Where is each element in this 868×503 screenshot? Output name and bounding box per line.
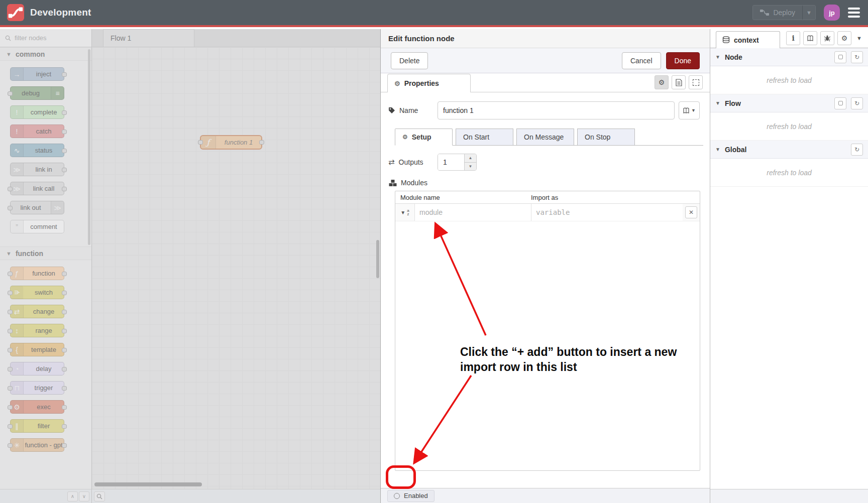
remove-row-button[interactable]: ✕: [685, 206, 697, 218]
gear-icon: ⚙: [402, 134, 408, 141]
deploy-button[interactable]: Deploy ▼: [752, 5, 816, 20]
flow-canvas[interactable]: Flow 1 ƒ function 1: [92, 29, 380, 503]
tray-title: Edit function node: [381, 29, 710, 48]
select-flow-button[interactable]: [834, 97, 846, 109]
sidebar-menu-caret[interactable]: ▼: [856, 35, 862, 41]
canvas-footer: [92, 489, 380, 503]
book-icon: [807, 35, 814, 42]
function-f-icon: ƒ: [201, 136, 216, 149]
palette-node-comment[interactable]: ”comment: [10, 220, 64, 233]
module-name-input[interactable]: [414, 204, 531, 221]
node-port: [62, 367, 67, 371]
context-sidebar: context i ⚙ ▼ ▼ Node ↻ refresh to: [710, 29, 868, 503]
label-type-button[interactable]: ▼: [679, 101, 700, 119]
context-section-flow: ▼ Flow ↻ refresh to load: [710, 94, 868, 141]
node-port: [62, 168, 67, 172]
node-red-editor: Development Deploy ▼ jp filter nodes ▼co…: [0, 0, 868, 503]
canvas-node-function-1[interactable]: ƒ function 1: [200, 135, 262, 150]
palette-node-delay[interactable]: ◔delay: [10, 362, 64, 375]
select-node-button[interactable]: [834, 51, 846, 63]
help-tab-button[interactable]: [803, 31, 817, 45]
palette-node-debug[interactable]: ≡debug: [10, 86, 64, 100]
palette-node-status[interactable]: ∿status: [10, 144, 64, 157]
settings-tab-button[interactable]: ⚙: [837, 31, 851, 45]
node-output-port[interactable]: [259, 140, 264, 145]
palette-node-link-call[interactable]: ≫link call: [10, 182, 64, 195]
palette-node-complete[interactable]: !complete: [10, 105, 64, 119]
outputs-stepper[interactable]: 1 ▲ ▼: [438, 154, 477, 171]
context-section-global: ▼ Global ↻ refresh to load: [710, 141, 868, 187]
palette-node-link-out[interactable]: ≫link out: [10, 201, 64, 214]
palette-node-filter[interactable]: ∥filter: [10, 419, 64, 433]
palette-node-catch[interactable]: !catch: [10, 124, 64, 138]
deploy-options-caret[interactable]: ▼: [802, 6, 815, 20]
node-input-port[interactable]: [198, 140, 203, 145]
refresh-icon[interactable]: ↻: [851, 51, 863, 63]
collapse-all-button[interactable]: ∧: [67, 491, 78, 501]
debug-list-icon: ≡: [51, 87, 64, 99]
node-port: [8, 272, 13, 276]
node-appearance-button[interactable]: [689, 75, 703, 89]
edit-node-tray: Edit function node Delete Cancel Done ⚙ …: [380, 29, 710, 503]
node-port: [62, 443, 67, 448]
chevron-down-icon[interactable]: ▼: [715, 54, 720, 60]
palette-node-change[interactable]: ⇄change: [10, 305, 64, 318]
stepper-up-button[interactable]: ▲: [465, 154, 476, 163]
palette-node-link-in[interactable]: ≫link in: [10, 163, 64, 176]
palette-node-exec[interactable]: ⚙exec: [10, 400, 64, 414]
tab-flow-1[interactable]: Flow 1: [103, 29, 194, 47]
row-drag-handle[interactable]: ▼ az: [395, 204, 414, 221]
delete-button[interactable]: Delete: [391, 52, 428, 69]
palette-category-function[interactable]: ▼function: [0, 246, 91, 260]
tab-on-stop[interactable]: On Stop: [577, 129, 635, 146]
flow-tabbar: Flow 1: [92, 29, 380, 47]
main-menu-button[interactable]: [848, 8, 860, 18]
chevron-down-icon: ▼: [6, 250, 12, 257]
canvas-search-button[interactable]: [94, 491, 105, 501]
flow-tab-label: Flow 1: [111, 34, 131, 42]
palette-search-input[interactable]: filter nodes: [0, 29, 91, 47]
debug-tab-button[interactable]: [820, 31, 834, 45]
palette-node-template[interactable]: {template: [10, 343, 64, 356]
inject-arrow-icon: →: [11, 68, 24, 80]
info-tab-button[interactable]: i: [786, 31, 800, 45]
palette-node-inject[interactable]: →inject: [10, 67, 64, 81]
name-label: Name: [399, 106, 418, 114]
node-port: [62, 130, 67, 134]
canvas-horizontal-scrollbar[interactable]: [94, 482, 202, 486]
canvas-grid[interactable]: [92, 47, 380, 489]
done-button[interactable]: Done: [666, 52, 700, 69]
tab-properties[interactable]: ⚙ Properties: [387, 74, 471, 92]
name-input[interactable]: [438, 101, 675, 119]
palette-node-trigger[interactable]: ⊓trigger: [10, 381, 64, 395]
tab-context[interactable]: context: [716, 31, 780, 48]
stepper-down-button[interactable]: ▼: [465, 163, 476, 171]
palette-scrollbar[interactable]: [88, 49, 90, 245]
import-as-input[interactable]: [531, 204, 683, 221]
tab-on-start[interactable]: On Start: [456, 129, 513, 146]
cancel-button[interactable]: Cancel: [622, 52, 661, 69]
context-section-node: ▼ Node ↻ refresh to load: [710, 48, 868, 94]
modules-list: Module name Import as ▼ az ✕: [395, 191, 700, 471]
node-enabled-toggle[interactable]: Enabled: [387, 490, 435, 502]
palette-node-function[interactable]: ƒfunction: [10, 267, 64, 280]
palette-node-function-gpt[interactable]: ✳function - gpt: [10, 438, 64, 452]
expand-all-button[interactable]: ∨: [79, 491, 89, 501]
node-settings-button[interactable]: ⚙: [655, 75, 669, 89]
shuffle-icon: ⇄: [388, 158, 395, 167]
chevron-down-icon[interactable]: ▼: [715, 100, 720, 106]
palette-category-common[interactable]: ▼common: [0, 47, 91, 61]
deploy-label: Deploy: [773, 9, 795, 17]
deploy-icon: [760, 9, 769, 16]
tab-setup[interactable]: ⚙ Setup: [395, 129, 453, 146]
chevron-down-icon[interactable]: ▼: [715, 147, 720, 152]
refresh-icon[interactable]: ↻: [851, 97, 863, 109]
palette-node-range[interactable]: ↕range: [10, 324, 64, 337]
palette-node-switch[interactable]: ⋔switch: [10, 286, 64, 299]
tray-resize-handle[interactable]: [376, 240, 379, 278]
book-icon: [683, 107, 690, 114]
tab-on-message[interactable]: On Message: [516, 129, 574, 146]
user-avatar[interactable]: jp: [824, 5, 840, 21]
node-description-button[interactable]: [672, 75, 686, 89]
refresh-icon[interactable]: ↻: [851, 144, 863, 156]
